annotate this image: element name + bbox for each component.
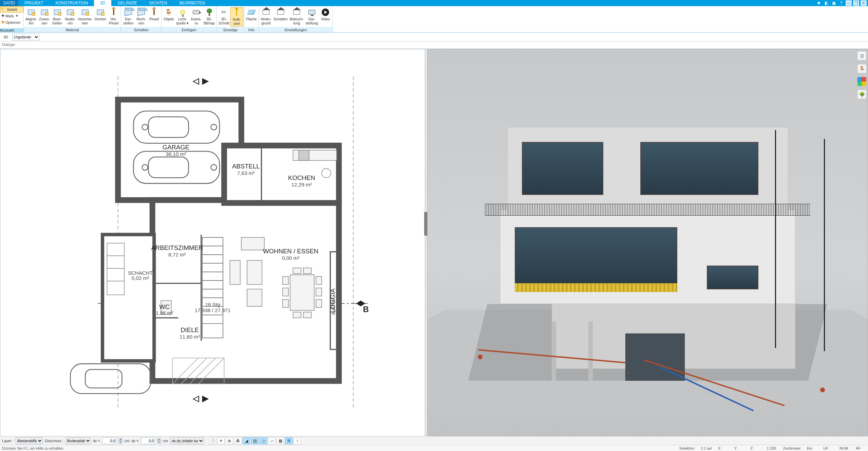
brush-icon <box>153 9 155 15</box>
options-mode[interactable]: ✚ Optionen <box>0 19 23 25</box>
minimize-icon[interactable]: — <box>846 0 852 6</box>
select-label: Selekt <box>7 7 17 12</box>
tool-rechnen[interactable]: Rech-nen <box>135 7 148 26</box>
menu-file[interactable]: DATEI <box>0 0 18 6</box>
tool-video[interactable]: Video <box>319 7 332 22</box>
group-material-label: Material <box>24 27 121 32</box>
tool-flaeche[interactable]: Fläche <box>245 7 258 22</box>
view-dropdown[interactable]: Urgelände <box>12 34 39 40</box>
group-info: Fläche Info <box>244 6 259 32</box>
menu-3d[interactable]: 3D <box>94 0 111 6</box>
pin-icon <box>236 9 237 16</box>
tool-kollision[interactable]: Kolli-sion <box>230 7 243 26</box>
group-einfuegen-label: Einfügen <box>162 27 216 32</box>
tool-icon-3[interactable]: ▣ <box>831 0 837 6</box>
mark-icon: ✚ <box>1 14 4 18</box>
menu-views[interactable]: SICHTEN <box>143 0 173 6</box>
cursor-icon <box>2 7 6 12</box>
ribbon-selection-panel: Selekt ✚ Mark. ▾ ✚ Optionen Auswahl <box>0 6 24 32</box>
bulb-icon <box>180 10 185 15</box>
tool-zuweisen[interactable]: Zuwei-sen <box>38 7 51 26</box>
brush-icon <box>113 9 114 15</box>
tool-objekt[interactable]: 🪑Objekt <box>162 7 175 22</box>
dialoge-bar: Dialoge: <box>0 41 868 49</box>
menu-construction[interactable]: KONSTRUKTION <box>50 0 94 6</box>
tool-hin-pinsel[interactable]: Hin.Pinsel <box>107 7 120 26</box>
tool-icon-1[interactable]: ✖ <box>816 0 822 6</box>
tool-skalieren[interactable]: Skalie-ren <box>64 7 77 26</box>
help-icon[interactable]: ? <box>838 0 844 6</box>
group-sonstige: ✂3D-Schnitt Kolli-sion Sonstige <box>217 6 244 32</box>
play-icon <box>322 8 329 16</box>
mode-label: 3D <box>1 35 10 39</box>
monitor-icon <box>308 10 315 15</box>
plus-icon: ✚ <box>1 20 4 24</box>
tool-icon-2[interactable]: ◧ <box>823 0 829 6</box>
camera-icon <box>193 10 200 14</box>
house-icon <box>263 10 269 15</box>
close-icon[interactable]: ✕ <box>861 0 867 6</box>
tool-darstellen[interactable]: Dar-stellen <box>122 7 135 26</box>
sub-toolbar: 3D Urgelände <box>0 33 868 41</box>
chevron-down-icon: ▾ <box>16 14 18 18</box>
tool-3d-bitmap[interactable]: 3D-Bitmap <box>203 7 216 26</box>
group-schatten: Dar-stellen Rech-nen Pinsel Schatten <box>121 6 162 32</box>
tool-schatten-setting[interactable]: Schatten <box>272 7 288 22</box>
window-icon-group: ✖ ◧ ▣ ? — ❐ ✕ <box>816 0 868 6</box>
menu-edit[interactable]: BEARBEITEN <box>173 0 211 6</box>
tool-drehen[interactable]: Drehen <box>94 7 107 22</box>
group-einstellungen-label: Einstellungen <box>259 27 333 32</box>
ribbon: Selekt ✚ Mark. ▾ ✚ Optionen Auswahl Abgr… <box>0 6 868 33</box>
house-icon <box>277 10 284 15</box>
tool-bearbeiten[interactable]: Bear-beiten <box>51 7 64 26</box>
tool-pinsel[interactable]: Pinsel <box>148 7 161 22</box>
group-schatten-label: Schatten <box>121 27 161 32</box>
tool-3d-schnitt[interactable]: ✂3D-Schnitt <box>218 7 230 26</box>
tool-kamera[interactable]: Kame-ra <box>190 7 203 26</box>
tool-verschieben[interactable]: Verschie-ben <box>77 7 94 26</box>
mark-label: Mark. <box>5 14 15 18</box>
menu-project[interactable]: PROJEKT <box>18 0 49 6</box>
tool-darstellung[interactable]: Dar-stellung <box>305 7 319 26</box>
group-einfuegen: 🪑Objekt Licht-quelle ▾ Kame-ra 3D-Bitmap… <box>162 6 217 32</box>
menu-bar: DATEI PROJEKT KONSTRUKTION 3D GELÄNDE SI… <box>0 0 868 6</box>
house-icon <box>293 10 300 15</box>
restore-icon[interactable]: ❐ <box>853 0 859 6</box>
group-info-label: Info <box>244 27 259 32</box>
menu-terrain[interactable]: GELÄNDE <box>111 0 143 6</box>
chair-icon: 🪑 <box>164 8 173 17</box>
group-auswahl-label: Auswahl <box>0 28 23 32</box>
group-sonstige-label: Sonstige <box>217 27 244 32</box>
tool-abgreifen[interactable]: Abgrei-fen <box>24 7 38 26</box>
select-mode[interactable]: Selekt <box>0 6 23 13</box>
options-label: Optionen <box>5 20 21 24</box>
tool-hintergrund[interactable]: Hinter-grund <box>260 7 272 26</box>
mark-mode[interactable]: ✚ Mark. ▾ <box>0 13 23 19</box>
group-einstellungen: Hinter-grund Schatten Beleuch-tung Dar-s… <box>259 6 333 32</box>
tool-beleuchtung[interactable]: Beleuch-tung <box>288 7 304 26</box>
group-material: Abgrei-fen Zuwei-sen Bear-beiten Skalie-… <box>24 6 121 32</box>
surface-icon <box>247 10 256 15</box>
scissors-icon: ✂ <box>220 8 228 17</box>
tool-lichtquelle[interactable]: Licht-quelle ▾ <box>175 7 190 26</box>
tree-icon <box>206 8 212 16</box>
